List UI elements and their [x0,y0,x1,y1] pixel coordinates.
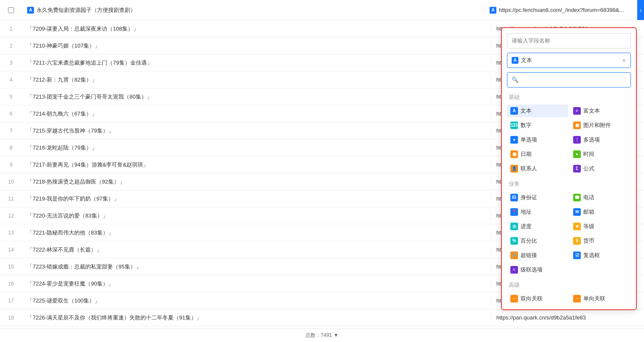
row-title: 「7225-谜爱双生（100集）」 [22,297,491,305]
option-phone[interactable]: ☎ 电话 [570,191,631,204]
progress-icon: ◎ [510,223,518,230]
header-url-label: https://pc.fenchuan8.com/_/index?forum=6… [499,7,624,13]
image-label: 图片和附件 [583,122,611,129]
option-radio[interactable]: ● 单选项 [507,133,568,146]
table-header: A 永久免费短剧资源园子（方便搜剧查剧） A https://pc.fenchu… [0,0,644,20]
section-title: 高级 [507,281,631,289]
row-title: 「7209-谋妻入局：总裁深夜来访（108集）」 [22,25,491,33]
option-text[interactable]: A 文本 [507,105,568,117]
option-hyperlink[interactable]: 🔗 超链接 [507,249,568,262]
text-icon: A [510,107,518,115]
hyperlink-label: 超链接 [521,252,537,259]
row-number: 18 [0,315,22,321]
row-number: 10 [0,179,22,185]
row-number: 7 [0,128,22,134]
option-currency[interactable]: $ 货币 [570,235,631,247]
text-label: 文本 [521,107,532,115]
phone-label: 电话 [583,194,594,201]
options-list: 基础 A 文本 ≡ 富文本 123 数字 ▣ 图片和附件 ● 单选项 ⋮ 多选项… [507,92,631,304]
currency-icon: $ [573,237,581,245]
title-col-icon: A [27,7,34,14]
number-label: 数字 [521,122,532,129]
option-rating[interactable]: ★ 等级 [570,220,631,233]
unidirectional-label: 单向关联 [583,295,605,302]
number-icon: 123 [510,122,518,129]
search-icon: 🔍 [512,76,518,83]
option-unidirectional[interactable]: → 单向关联 [570,292,631,304]
table-row[interactable]: 18 「7226-满天星辰不及你（我们终将重逢）失散的十二年冬夏（91集）」 h… [0,309,644,326]
date-icon: ▦ [510,150,518,158]
row-title: 「7213-团宠千金之三个豪门哥哥太宠我（80集）」 [22,93,491,101]
row-title: 「7210-神豪巧媚（107集）」 [22,42,491,50]
chevron-up-icon: ∧ [622,57,626,63]
type-search-input[interactable] [521,76,626,83]
url-col-icon: A [490,7,496,14]
row-number: 4 [0,77,22,83]
type-search-box[interactable]: 🔍 [507,72,631,88]
row-title: 「7215-穿越古代当股神（79集）」 [22,127,491,135]
row-title: 「7219-我是你的年下奶奶（97集）」 [22,195,491,203]
row-title: 「7221-隐秘而伟大的他（83集）」 [22,229,491,237]
select-all-checkbox[interactable] [8,7,14,13]
table-footer: 总数：7491 ▼ [0,328,644,342]
header-title-col: A 永久免费短剧资源园子（方便搜剧查剧） [22,6,484,14]
table-row[interactable]: 19 「7227-错爱为奴被逼嫁给死对头（90集）」 https://pan.q… [0,326,644,328]
cascade-label: 级联选项 [521,266,543,274]
cascade-icon: ≡ [510,266,518,274]
email-label: 邮箱 [583,208,594,216]
row-number: 2 [0,43,22,49]
options-grid: A 文本 ≡ 富文本 123 数字 ▣ 图片和附件 ● 单选项 ⋮ 多选项 ▦ … [507,105,631,175]
radio-label: 单选项 [521,136,537,144]
row-title: 「7220-无法言说的爱（83集）」 [22,212,491,220]
row-number: 14 [0,247,22,253]
option-cascade[interactable]: ≡ 级联选项 [507,263,568,276]
formula-icon: Σ [573,165,581,172]
header-title-label: 永久免费短剧资源园子（方便搜剧查剧） [36,6,136,14]
row-number: 8 [0,145,22,151]
option-address[interactable]: 📍 地址 [507,206,568,218]
address-label: 地址 [521,208,532,216]
time-icon: ● [573,150,581,158]
row-url: https://pan.quark.cn/s/d9b2a5a1fe83 [491,314,644,321]
email-icon: ✉ [573,208,581,216]
type-selector[interactable]: A 文本 ∧ [507,53,631,68]
field-name-input[interactable] [507,33,631,48]
row-number: 1 [0,26,22,32]
option-time[interactable]: ● 时间 [570,148,631,161]
option-percent[interactable]: % 百分比 [507,235,568,247]
rating-label: 等级 [583,223,594,230]
row-number: 6 [0,111,22,117]
section-title: 业务 [507,180,631,188]
option-bidirectional[interactable]: ↔ 双向关联 [507,292,568,304]
idcard-label: 身份证 [521,194,537,201]
option-multiselect[interactable]: ⋮ 多选项 [570,133,631,146]
percent-icon: % [510,237,518,245]
expand-panel-button[interactable]: › [637,0,644,20]
row-number: 3 [0,60,22,66]
row-title: 「7211-六宝来袭总裁爹地追上门（79集）金佳遇」 [22,59,491,67]
row-title: 「7218-热辣滚烫之超品御医（92集）」 [22,178,491,186]
row-title: 「7222-林深不见鹿（长篇）」 [22,246,491,254]
image-icon: ▣ [573,122,581,129]
option-email[interactable]: ✉ 邮箱 [570,206,631,218]
row-number: 16 [0,281,22,287]
time-label: 时间 [583,150,594,158]
option-number[interactable]: 123 数字 [507,119,568,132]
option-idcard[interactable]: ID 身份证 [507,191,568,204]
option-date[interactable]: ▦ 日期 [507,148,568,161]
contact-icon: 👤 [510,165,518,172]
radio-icon: ● [510,136,518,144]
option-image[interactable]: ▣ 图片和附件 [570,119,631,132]
type-selector-left: A 文本 [512,57,532,64]
option-progress[interactable]: ◎ 进度 [507,220,568,233]
type-selector-label: 文本 [521,57,532,64]
option-contact[interactable]: 👤 联系人 [507,162,568,175]
option-richtext[interactable]: ≡ 富文本 [570,105,631,117]
option-checkbox[interactable]: ☑ 复选框 [570,249,631,262]
app-container: A 永久免费短剧资源园子（方便搜剧查剧） A https://pc.fenchu… [0,0,644,342]
option-formula[interactable]: Σ 公式 [570,162,631,175]
options-grid: ↔ 双向关联 → 单向关联 [507,292,631,304]
percent-label: 百分比 [521,237,537,245]
header-checkbox-cell[interactable] [0,7,22,13]
date-label: 日期 [521,150,532,158]
